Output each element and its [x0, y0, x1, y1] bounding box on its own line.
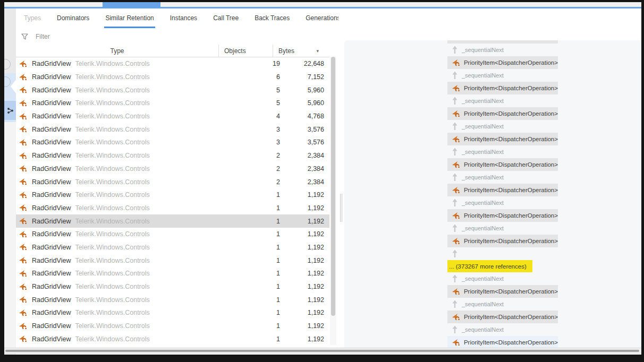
chain-edge-label: _sequentialNext — [462, 98, 504, 104]
more-references-link[interactable]: ... (373267 more references) — [447, 260, 532, 272]
filter-row[interactable]: Filter — [16, 30, 50, 44]
arrow-up-icon — [452, 148, 457, 156]
objects-count: 1 — [231, 322, 280, 330]
table-row[interactable]: RadGridView Telerik.Windows.Controls 6 7… — [16, 71, 329, 84]
type-namespace: Telerik.Windows.Controls — [75, 60, 149, 67]
table-row[interactable]: RadGridView Telerik.Windows.Controls 1 1… — [16, 228, 329, 241]
type-namespace: Telerik.Windows.Controls — [75, 270, 149, 277]
chain-edge — [447, 247, 558, 260]
table-body: RadGridView Telerik.Windows.Controls 19 … — [16, 57, 329, 346]
table-row[interactable]: RadGridView Telerik.Windows.Controls 2 2… — [16, 162, 329, 176]
bytes-count: 5,960 — [280, 87, 329, 94]
type-name: RadGridView — [32, 191, 71, 199]
bytes-count: 1,192 — [280, 218, 329, 225]
chain-node[interactable]: PriorityItem<DispatcherOperation> — [447, 133, 558, 145]
tab-types[interactable]: Types — [23, 9, 42, 28]
table-row[interactable]: RadGridView Telerik.Windows.Controls 2 2… — [16, 149, 329, 162]
table-row[interactable]: RadGridView Telerik.Windows.Controls 1 1… — [16, 280, 329, 294]
table-vertical-scrollbar[interactable] — [330, 57, 336, 345]
type-namespace: Telerik.Windows.Controls — [75, 178, 149, 186]
table-row[interactable]: RadGridView Telerik.Windows.Controls 5 5… — [16, 97, 329, 110]
column-header-bytes[interactable]: Bytes ▾ — [273, 45, 322, 57]
table-row[interactable]: RadGridView Telerik.Windows.Controls 1 1… — [16, 267, 329, 280]
table-row[interactable]: RadGridView Telerik.Windows.Controls 1 1… — [16, 320, 329, 333]
table-row[interactable]: RadGridView Telerik.Windows.Controls 1 1… — [16, 202, 329, 215]
horizontal-scrollbar[interactable] — [4, 348, 641, 354]
chain-node[interactable]: PriorityItem<DispatcherOperation> — [447, 235, 558, 247]
table-header: Type Objects Bytes ▾ — [16, 45, 329, 57]
tab-back-traces[interactable]: Back Traces — [253, 9, 291, 28]
panel-splitter[interactable] — [338, 8, 344, 348]
type-name: RadGridView — [32, 230, 71, 238]
arrow-up-icon — [452, 173, 457, 182]
rail-item-selected[interactable] — [4, 101, 16, 120]
table-row[interactable]: RadGridView Telerik.Windows.Controls 19 … — [16, 57, 329, 71]
chain-node[interactable]: PriorityItem<DispatcherOperation> — [447, 209, 558, 222]
objects-count: 1 — [231, 244, 280, 251]
table-row[interactable]: RadGridView Telerik.Windows.Controls 1 1… — [16, 214, 329, 228]
bytes-count: 2,384 — [280, 178, 329, 186]
arrow-up-icon — [452, 97, 457, 105]
tab-instances[interactable]: Instances — [169, 9, 198, 28]
bytes-count: 1,192 — [280, 335, 329, 343]
chain-edge: _sequentialNext — [447, 323, 558, 336]
chain-node-label: PriorityItem<DispatcherOperation> — [464, 339, 558, 346]
chain-edge: _sequentialNext — [447, 94, 558, 107]
tab-dominators[interactable]: Dominators — [56, 9, 90, 28]
chain-node-selected[interactable]: PriorityItem<DispatcherOperation> — [447, 336, 558, 348]
tab-similar-retention[interactable]: Similar Retention — [104, 9, 155, 28]
chain-edge-label: _sequentialNext — [462, 326, 504, 333]
column-header-objects[interactable]: Objects — [218, 45, 273, 57]
table-row[interactable]: RadGridView Telerik.Windows.Controls 1 1… — [16, 241, 329, 254]
type-namespace: Telerik.Windows.Controls — [75, 99, 149, 107]
objects-count: 1 — [231, 335, 280, 343]
table-vertical-scrollbar-thumb[interactable] — [331, 57, 335, 316]
chain-edge-label: _sequentialNext — [462, 123, 504, 130]
table-row[interactable]: RadGridView Telerik.Windows.Controls 3 3… — [16, 123, 329, 136]
type-name: RadGridView — [32, 139, 71, 146]
table-row[interactable]: RadGridView Telerik.Windows.Controls 3 3… — [16, 136, 329, 149]
table-row[interactable]: RadGridView Telerik.Windows.Controls 4 4… — [16, 110, 329, 123]
class-icon — [19, 309, 27, 316]
table-row[interactable]: RadGridView Telerik.Windows.Controls 1 1… — [16, 306, 329, 320]
retention-graph-panel: _sequentialNext PriorityItem<DispatcherO… — [344, 40, 641, 348]
funnel-icon — [21, 33, 28, 40]
chain-node[interactable]: PriorityItem<DispatcherOperation> — [447, 158, 558, 171]
bytes-count: 22,648 — [280, 60, 329, 67]
table-row[interactable]: RadGridView Telerik.Windows.Controls 5 5… — [16, 83, 329, 97]
type-name: RadGridView — [32, 257, 71, 264]
column-header-type[interactable]: Type — [16, 47, 218, 55]
objects-count: 1 — [231, 230, 280, 238]
chain-node[interactable]: PriorityItem<DispatcherOperation> — [447, 82, 558, 94]
chain-node[interactable]: PriorityItem<DispatcherOperation> — [447, 311, 558, 323]
horizontal-scrollbar-thumb[interactable] — [5, 350, 639, 352]
arrow-up-icon — [452, 274, 457, 283]
class-icon — [19, 100, 27, 107]
class-icon — [19, 204, 27, 211]
class-icon — [19, 74, 27, 81]
class-icon — [19, 192, 27, 199]
analysis-rail — [4, 8, 16, 355]
chain-node[interactable]: PriorityItem<DispatcherOperation> — [447, 107, 558, 120]
table-row[interactable]: RadGridView Telerik.Windows.Controls 2 2… — [16, 175, 329, 188]
tab-generations[interactable]: Generations — [304, 9, 341, 28]
arrow-up-icon — [452, 71, 457, 80]
view-tabs: TypesDominatorsSimilar RetentionInstance… — [16, 8, 641, 29]
chain-node[interactable]: PriorityItem<DispatcherOperation> — [447, 56, 558, 69]
type-name: RadGridView — [32, 335, 71, 343]
objects-count: 1 — [231, 204, 280, 212]
chain-edge-label: _sequentialNext — [462, 225, 504, 231]
type-name: RadGridView — [32, 204, 71, 212]
table-row[interactable]: RadGridView Telerik.Windows.Controls 1 1… — [16, 293, 329, 306]
class-icon — [19, 139, 27, 146]
bytes-count: 1,192 — [280, 191, 329, 199]
tab-call-tree[interactable]: Call Tree — [212, 9, 240, 28]
table-row[interactable]: RadGridView Telerik.Windows.Controls 1 1… — [16, 332, 329, 346]
table-row[interactable]: RadGridView Telerik.Windows.Controls 1 1… — [16, 188, 329, 202]
bytes-count: 1,192 — [280, 283, 329, 290]
table-row[interactable]: RadGridView Telerik.Windows.Controls 1 1… — [16, 254, 329, 267]
chain-node[interactable]: PriorityItem<DispatcherOperation> — [447, 285, 558, 298]
objects-count: 2 — [231, 152, 280, 159]
chain-node[interactable]: PriorityItem<DispatcherOperation> — [447, 184, 558, 196]
objects-count: 5 — [231, 99, 280, 107]
